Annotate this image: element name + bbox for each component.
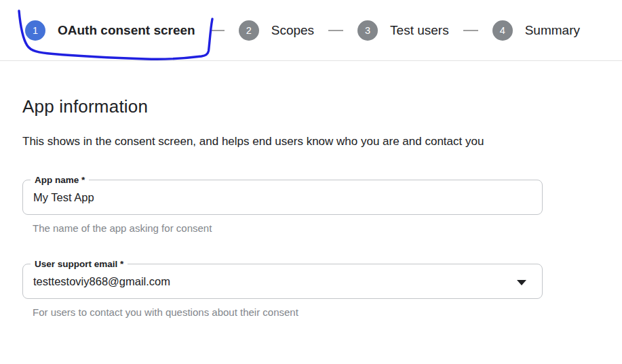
step-4-badge: 4 [492, 20, 513, 41]
consent-screen-form: App information This shows in the consen… [0, 61, 622, 318]
step-1-label: OAuth consent screen [58, 23, 195, 38]
step-1-badge: 1 [25, 20, 45, 41]
user-support-email-select[interactable]: User support email * testtestoviy868@gma… [22, 264, 543, 299]
step-3-label: Test users [390, 23, 449, 38]
user-support-email-helper-text: For users to contact you with questions … [33, 306, 622, 318]
step-summary[interactable]: 4 Summary [492, 20, 580, 41]
step-connector-line [328, 30, 343, 31]
stepper: 1 OAuth consent screen 2 Scopes 3 Test u… [25, 20, 580, 41]
step-3-badge: 3 [357, 20, 378, 41]
page-description: This shows in the consent screen, and he… [22, 132, 503, 152]
step-test-users[interactable]: 3 Test users [357, 20, 449, 41]
user-support-email-label: User support email * [31, 258, 128, 270]
user-support-email-value: testtestoviy868@gmail.com [23, 275, 170, 288]
user-support-email-field-group: User support email * testtestoviy868@gma… [22, 264, 622, 318]
step-oauth-consent-screen[interactable]: 1 OAuth consent screen [25, 20, 195, 41]
app-name-input[interactable] [23, 180, 505, 214]
step-connector-line [210, 30, 225, 31]
step-scopes[interactable]: 2 Scopes [239, 20, 314, 41]
page-title: App information [22, 96, 622, 117]
step-2-badge: 2 [239, 20, 259, 41]
step-connector-line [463, 30, 478, 31]
app-name-field-group: App name * The name of the app asking fo… [22, 180, 622, 234]
step-2-label: Scopes [271, 23, 314, 38]
app-name-helper-text: The name of the app asking for consent [33, 222, 622, 234]
wizard-stepper-header: 1 OAuth consent screen 2 Scopes 3 Test u… [0, 0, 622, 61]
step-4-label: Summary [525, 23, 580, 38]
app-name-label: App name * [31, 174, 89, 186]
dropdown-arrow-icon [517, 280, 526, 285]
app-name-field[interactable]: App name * [22, 180, 543, 215]
